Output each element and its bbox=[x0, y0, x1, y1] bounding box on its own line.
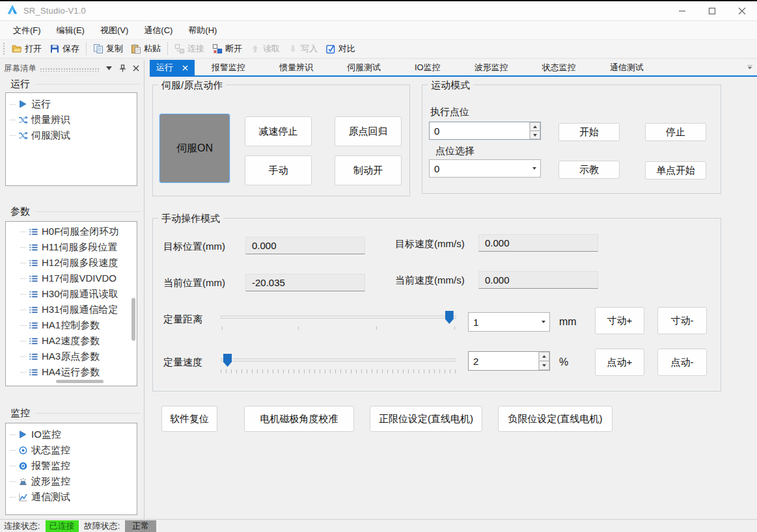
monitor-tree: IO监控 状态监控 报警监控 波形监控 通信测试 bbox=[5, 423, 137, 515]
menu-item-help[interactable]: 帮助(H) bbox=[180, 22, 225, 39]
param-list-item[interactable]: HA3原点参数 bbox=[6, 349, 137, 364]
tab-status-monitor[interactable]: 状态监控 bbox=[525, 60, 593, 75]
toolbar-open-button[interactable]: 打开 bbox=[8, 41, 46, 57]
toolbar-save-button[interactable]: 保存 bbox=[46, 41, 83, 57]
target-position-field[interactable]: 0.000 bbox=[245, 237, 365, 254]
spinner-down-icon[interactable] bbox=[539, 361, 549, 370]
spinner-down-icon[interactable] bbox=[530, 131, 540, 139]
tab-overflow-chevron-icon[interactable] bbox=[747, 60, 753, 75]
close-button[interactable] bbox=[727, 1, 757, 21]
param-list-item[interactable]: H31伺服通信给定 bbox=[6, 302, 137, 317]
origin-return-button[interactable]: 原点回归 bbox=[335, 116, 402, 146]
menu-item-communication[interactable]: 通信(C) bbox=[136, 22, 180, 39]
param-list-item[interactable]: H0F伺服全闭环功 bbox=[6, 224, 137, 239]
menu-item-view[interactable]: 视图(V) bbox=[92, 22, 136, 39]
maximize-button[interactable] bbox=[697, 1, 727, 21]
tab-servo-test[interactable]: 伺服测试 bbox=[330, 60, 398, 75]
panel-drag-area[interactable] bbox=[40, 68, 100, 72]
distance-slider-handle[interactable] bbox=[445, 311, 454, 324]
sidebar-item-wave-monitor[interactable]: 波形监控 bbox=[6, 473, 137, 489]
sidebar-item-status-monitor[interactable]: 状态监控 bbox=[6, 442, 137, 458]
param-list-item[interactable]: H11伺服多段位置 bbox=[6, 239, 137, 255]
menu-item-file[interactable]: 文件(F) bbox=[5, 22, 49, 39]
tab-alarm-monitor[interactable]: 报警监控 bbox=[195, 60, 262, 75]
manual-button[interactable]: 手动 bbox=[245, 155, 312, 185]
current-speed-field[interactable]: 0.000 bbox=[478, 271, 598, 289]
negative-limit-button[interactable]: 负限位设定(直线电机) bbox=[498, 406, 612, 432]
jog-step-plus-button[interactable]: 寸动+ bbox=[595, 307, 644, 334]
tab-wave-monitor[interactable]: 波形监控 bbox=[458, 60, 525, 75]
screen-list-panel: 屏幕清单 运行 运行 惯量辨识 伺服测试 bbox=[0, 60, 145, 520]
play-icon bbox=[18, 99, 28, 109]
decel-stop-button[interactable]: 减速停止 bbox=[245, 116, 312, 146]
chevron-down-icon[interactable] bbox=[103, 63, 114, 73]
distance-label: 定量距离 bbox=[163, 313, 202, 326]
app-window: SR_Studio-V1.0 文件(F) 编辑(E) 视图(V) 通信(C) 帮… bbox=[0, 0, 757, 532]
toolbar-compare-button[interactable]: 对比 bbox=[322, 41, 359, 57]
point-select-dropdown[interactable]: 0 bbox=[429, 159, 541, 178]
sidebar-item-comm-test[interactable]: 通信测试 bbox=[6, 489, 137, 505]
close-icon[interactable] bbox=[131, 63, 141, 73]
target-speed-field[interactable]: 0.000 bbox=[478, 234, 598, 252]
single-start-button[interactable]: 单点开始 bbox=[645, 161, 706, 180]
radio-icon bbox=[18, 445, 28, 455]
tab-inertia-identify[interactable]: 惯量辨识 bbox=[262, 60, 330, 75]
toolbar-disconnect-button[interactable]: 断开 bbox=[208, 41, 246, 57]
param-list-item[interactable]: HA1控制参数 bbox=[6, 317, 137, 333]
connection-status-badge: 已连接 bbox=[46, 520, 79, 532]
minimize-button[interactable] bbox=[667, 1, 697, 21]
toolbar-copy-button[interactable]: 复制 bbox=[89, 41, 127, 57]
param-horizontal-scrollbar[interactable] bbox=[56, 380, 103, 383]
stop-button[interactable]: 停止 bbox=[645, 123, 706, 141]
current-position-label: 当前位置(mm) bbox=[163, 277, 225, 289]
sidebar-item-io-monitor[interactable]: IO监控 bbox=[6, 427, 137, 442]
pole-calibration-button[interactable]: 电机磁极角度校准 bbox=[244, 406, 354, 432]
current-position-field[interactable]: -20.035 bbox=[245, 274, 365, 291]
toolbar-read-button: 读取 bbox=[246, 41, 284, 57]
jog-minus-button[interactable]: 点动- bbox=[657, 349, 707, 376]
toolbar-separator bbox=[167, 42, 168, 55]
tab-close-icon[interactable] bbox=[182, 65, 188, 71]
param-list-item[interactable]: HA2速度参数 bbox=[6, 333, 137, 349]
param-vertical-scrollbar[interactable] bbox=[131, 298, 135, 341]
title-bar: SR_Studio-V1.0 bbox=[0, 1, 757, 21]
toolbar-grip[interactable] bbox=[3, 42, 6, 55]
servo-origin-group-title: 伺服/原点动作 bbox=[158, 79, 226, 91]
sidebar-item-servo-test[interactable]: 伺服测试 bbox=[6, 127, 137, 143]
speed-slider-handle[interactable] bbox=[223, 354, 232, 367]
menu-item-edit[interactable]: 编辑(E) bbox=[49, 22, 92, 39]
brake-open-button[interactable]: 制动开 bbox=[335, 155, 402, 185]
soft-reset-button[interactable]: 软件复位 bbox=[161, 406, 217, 432]
spinner-up-icon[interactable] bbox=[530, 122, 540, 131]
status-bar: 连接状态: 已连接 故障状态: 正常 bbox=[0, 519, 757, 532]
panel-title: 屏幕清单 bbox=[4, 63, 36, 74]
tab-run[interactable]: 运行 bbox=[150, 60, 195, 75]
exec-point-spinner[interactable]: 0 bbox=[429, 122, 541, 140]
start-button[interactable]: 开始 bbox=[558, 123, 620, 141]
speed-unit-label: % bbox=[559, 356, 568, 368]
speed-slider[interactable] bbox=[221, 352, 456, 368]
chart-icon bbox=[18, 492, 28, 502]
servo-on-button[interactable]: 伺服ON bbox=[159, 114, 230, 183]
sidebar-item-inertia-identify[interactable]: 惯量辨识 bbox=[6, 112, 137, 127]
tab-comm-test[interactable]: 通信测试 bbox=[593, 60, 661, 75]
tab-io-monitor[interactable]: IO监控 bbox=[398, 60, 458, 75]
jog-plus-button[interactable]: 点动+ bbox=[595, 349, 644, 376]
jog-step-minus-button[interactable]: 寸动- bbox=[657, 307, 707, 334]
distance-dropdown[interactable]: 1 bbox=[468, 312, 550, 332]
positive-limit-button[interactable]: 正限位设定(直线电机) bbox=[370, 406, 482, 432]
point-select-label: 点位选择 bbox=[435, 145, 475, 157]
speed-spinner[interactable]: 2 bbox=[468, 351, 550, 371]
param-list-item[interactable]: HA4运行参数 bbox=[6, 364, 137, 380]
param-list-item[interactable]: H12伺服多段速度 bbox=[6, 255, 137, 271]
beacon-icon bbox=[18, 476, 28, 486]
param-list-item[interactable]: H17伺服VDIVDO bbox=[6, 271, 137, 286]
sidebar-item-alarm-monitor[interactable]: 报警监控 bbox=[6, 458, 137, 473]
spinner-up-icon[interactable] bbox=[539, 352, 549, 361]
teach-button[interactable]: 示教 bbox=[558, 161, 620, 179]
toolbar-paste-button[interactable]: 粘贴 bbox=[127, 41, 165, 57]
distance-slider[interactable] bbox=[221, 310, 456, 325]
sidebar-item-run[interactable]: 运行 bbox=[6, 96, 137, 112]
param-list-item[interactable]: H30伺服通讯读取 bbox=[6, 286, 137, 302]
pin-icon[interactable] bbox=[117, 63, 128, 73]
